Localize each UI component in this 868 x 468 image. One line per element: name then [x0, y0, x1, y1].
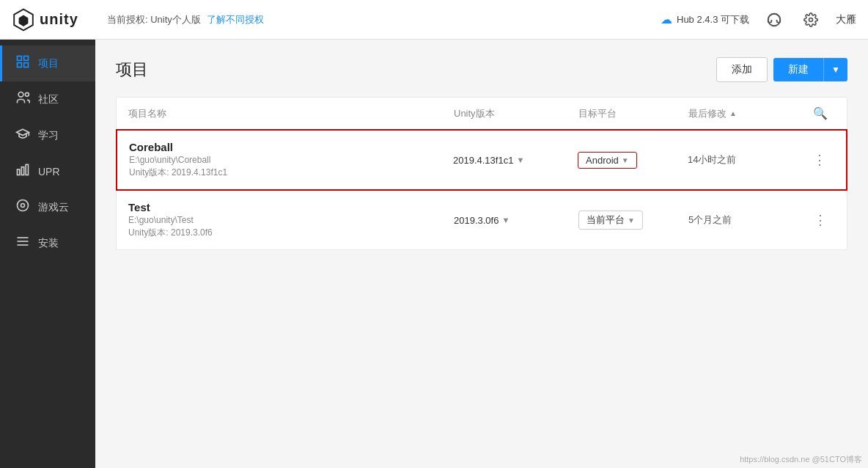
- modified-test: 5个月之前: [688, 213, 806, 227]
- version-select-coreball: 2019.4.13f1c1 ▼: [453, 155, 578, 166]
- new-button-group: 新建 ▼: [773, 58, 847, 81]
- version-dropdown-test[interactable]: ▼: [501, 216, 510, 224]
- platform-badge-test[interactable]: 当前平台 ▼: [578, 211, 643, 230]
- license-link[interactable]: 了解不同授权: [207, 13, 264, 26]
- sidebar-item-community[interactable]: 社区: [0, 81, 95, 117]
- header-actions: 添加 新建 ▼: [716, 57, 847, 82]
- user-name[interactable]: 大雁: [836, 13, 856, 26]
- platform-badge-coreball[interactable]: Android ▼: [578, 152, 637, 169]
- platform-select-coreball: Android ▼: [578, 152, 688, 169]
- settings-icon-btn[interactable]: [799, 8, 823, 32]
- logo-text: unity: [40, 11, 78, 28]
- svg-marker-1: [19, 15, 29, 26]
- project-row-coreball[interactable]: Coreball E:\guo\unity\Coreball Unity版本: …: [116, 129, 847, 191]
- project-row-test[interactable]: Test E:\guo\unity\Test Unity版本: 2019.3.0…: [117, 191, 847, 249]
- sidebar-item-projects[interactable]: 项目: [0, 45, 95, 81]
- main-content: 项目 添加 新建 ▼ 项目名称 Unity版本 目标平台 最后修改 ▲: [95, 40, 868, 468]
- col-header-platform: 目标平台: [578, 107, 688, 120]
- sort-icon: ▲: [729, 109, 737, 117]
- svg-point-3: [809, 18, 813, 21]
- hub-download-label: Hub 2.4.3 可下载: [677, 13, 749, 26]
- col-header-version: Unity版本: [454, 107, 578, 120]
- layout: 项目 社区 学习 UPR 游戏云: [0, 40, 868, 468]
- platform-dropdown-icon-test: ▼: [628, 216, 635, 224]
- svg-rect-10: [18, 169, 20, 175]
- community-icon: [15, 90, 31, 109]
- hub-download[interactable]: ☁ Hub 2.4.3 可下载: [661, 12, 749, 26]
- svg-point-8: [18, 92, 23, 98]
- sidebar-item-gamecloud[interactable]: 游戏云: [0, 189, 95, 225]
- version-badge-coreball: 2019.4.13f1c1: [453, 155, 513, 166]
- unity-logo-icon: [12, 8, 35, 32]
- platform-dropdown-icon-coreball: ▼: [622, 156, 629, 164]
- project-path-coreball: E:\guo\unity\Coreball: [129, 155, 453, 165]
- topbar: unity 当前授权: Unity个人版 了解不同授权 ☁ Hub 2.4.3 …: [0, 0, 868, 40]
- projects-table: 项目名称 Unity版本 目标平台 最后修改 ▲ 🔍 Coreball E:\g…: [116, 97, 847, 250]
- gear-icon: [803, 12, 818, 27]
- project-name-test: Test: [128, 201, 454, 213]
- sidebar-label-community: 社区: [38, 93, 59, 106]
- page-header: 项目 添加 新建 ▼: [116, 57, 847, 82]
- install-icon: [15, 234, 31, 252]
- sidebar-item-learn[interactable]: 学习: [0, 117, 95, 153]
- watermark: https://blog.csdn.ne @51CTO博客: [740, 454, 862, 465]
- license-label: 当前授权: Unity个人版: [107, 13, 201, 26]
- svg-point-9: [25, 92, 29, 96]
- add-button[interactable]: 添加: [716, 57, 768, 82]
- col-header-modified: 最后修改 ▲: [688, 107, 806, 120]
- version-badge-test: 2019.3.0f6: [454, 215, 499, 226]
- gamecloud-icon: [15, 198, 31, 216]
- version-select-test: 2019.3.0f6 ▼: [454, 215, 578, 226]
- svg-rect-4: [18, 56, 22, 61]
- sidebar-label-install: 安装: [38, 237, 59, 250]
- search-icon[interactable]: 🔍: [813, 106, 828, 120]
- svg-point-13: [18, 200, 29, 211]
- project-path-test: E:\guo\unity\Test: [128, 215, 454, 225]
- headphone-icon: [766, 12, 782, 28]
- svg-rect-11: [21, 167, 23, 175]
- more-btn-test[interactable]: ⋮: [806, 212, 835, 228]
- sidebar-label-upr: UPR: [38, 166, 60, 178]
- project-ver-label-test: Unity版本: 2019.3.0f6: [128, 227, 454, 239]
- version-dropdown-coreball[interactable]: ▼: [516, 156, 524, 164]
- sidebar-item-install[interactable]: 安装: [0, 225, 95, 261]
- sidebar-label-learn: 学习: [38, 129, 59, 142]
- learn-icon: [15, 126, 31, 145]
- svg-rect-5: [24, 56, 29, 61]
- sidebar-label-projects: 项目: [38, 57, 59, 70]
- new-dropdown-arrow[interactable]: ▼: [823, 58, 847, 81]
- platform-select-test: 当前平台 ▼: [578, 211, 688, 230]
- col-header-name: 项目名称: [128, 107, 454, 120]
- svg-rect-7: [24, 63, 29, 67]
- svg-rect-6: [18, 63, 22, 67]
- project-info-coreball: Coreball E:\guo\unity\Coreball Unity版本: …: [129, 141, 453, 179]
- table-header: 项目名称 Unity版本 目标平台 最后修改 ▲ 🔍: [117, 98, 847, 130]
- upr-icon: [15, 162, 31, 180]
- project-info-test: Test E:\guo\unity\Test Unity版本: 2019.3.0…: [128, 201, 454, 239]
- logo: unity: [12, 8, 107, 32]
- headphone-icon-btn[interactable]: [762, 8, 786, 32]
- more-btn-coreball[interactable]: ⋮: [805, 152, 834, 168]
- modified-coreball: 14小时之前: [688, 153, 805, 167]
- svg-rect-12: [26, 164, 28, 175]
- sidebar: 项目 社区 学习 UPR 游戏云: [0, 40, 95, 468]
- topbar-center: 当前授权: Unity个人版 了解不同授权: [107, 13, 661, 26]
- project-name-coreball: Coreball: [129, 141, 453, 153]
- topbar-right: ☁ Hub 2.4.3 可下载 大雁: [661, 8, 856, 32]
- projects-icon: [15, 54, 31, 73]
- project-ver-label-coreball: Unity版本: 2019.4.13f1c1: [129, 167, 453, 179]
- page-title: 项目: [116, 59, 148, 81]
- col-header-search: 🔍: [806, 106, 835, 120]
- svg-point-14: [21, 204, 25, 208]
- sidebar-label-gamecloud: 游戏云: [38, 201, 69, 214]
- new-button[interactable]: 新建: [773, 58, 823, 81]
- cloud-icon: ☁: [661, 12, 672, 26]
- sidebar-item-upr[interactable]: UPR: [0, 153, 95, 189]
